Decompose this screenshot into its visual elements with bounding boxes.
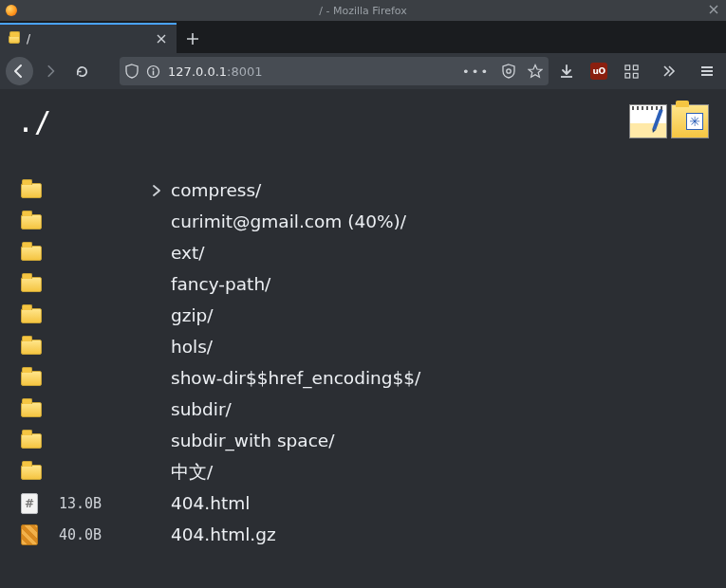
directory-listing: compress/curimit@gmail.com (40%)/ext/fan… (17, 175, 709, 550)
expand-toggle[interactable] (142, 185, 171, 196)
entry-link[interactable]: curimit@gmail.com (40%)/ (171, 211, 406, 231)
svg-point-3 (507, 69, 511, 73)
entry-link[interactable]: hols/ (171, 337, 213, 357)
list-item: compress/ (17, 175, 709, 206)
tab-close-button[interactable] (154, 31, 169, 46)
new-tab-button[interactable] (178, 25, 207, 53)
page-actions-icon[interactable]: ••• (462, 64, 490, 79)
entry-link[interactable]: subdir/ (171, 399, 232, 419)
ublock-icon[interactable]: uO (590, 63, 607, 80)
folder-icon (21, 308, 42, 323)
entry-link[interactable]: compress/ (171, 180, 261, 200)
list-item: fancy-path/ (17, 268, 709, 300)
os-titlebar: / - Mozilla Firefox (0, 0, 726, 21)
overflow-chevrons-icon[interactable] (655, 57, 683, 85)
list-item: #13.0B404.html (17, 487, 709, 519)
list-item: gzip/ (17, 300, 709, 331)
shield-icon[interactable] (125, 64, 139, 79)
folder-icon (21, 277, 42, 292)
svg-rect-2 (153, 70, 155, 75)
entry-link[interactable]: 中文/ (171, 462, 213, 482)
site-info-icon[interactable] (146, 64, 160, 79)
tab-label: / (27, 32, 154, 46)
entry-link[interactable]: gzip/ (171, 305, 214, 325)
folder-icon (21, 214, 42, 230)
browser-toolbar: 127.0.0.1:8001 ••• uO (0, 53, 726, 89)
list-item: subdir_with space/ (17, 425, 709, 456)
tab-strip: / (0, 21, 726, 53)
folder-icon (21, 465, 42, 480)
firefox-badge-icon (6, 5, 17, 16)
folder-icon (21, 183, 42, 198)
forward-button[interactable] (37, 57, 65, 85)
file-size: 13.0B (59, 495, 142, 512)
tab-active[interactable]: / (0, 23, 177, 53)
archive-file-icon (21, 524, 38, 545)
folder-favicon-icon (8, 32, 21, 46)
folder-icon (21, 371, 42, 386)
folder-icon (21, 340, 42, 355)
svg-rect-6 (625, 73, 630, 78)
bookmark-star-icon[interactable] (528, 64, 543, 79)
entry-link[interactable]: subdir_with space/ (171, 431, 334, 450)
edit-notes-button[interactable] (629, 104, 667, 138)
list-item: hols/ (17, 331, 709, 362)
window-close-button[interactable] (707, 3, 720, 16)
hamburger-menu-button[interactable] (693, 57, 720, 85)
back-button[interactable] (6, 57, 33, 85)
url-bar[interactable]: 127.0.0.1:8001 ••• (120, 57, 549, 85)
svg-point-1 (153, 67, 155, 69)
entry-link[interactable]: 404.html (171, 493, 250, 513)
new-folder-button[interactable]: ✳ (671, 104, 709, 138)
folder-icon (21, 402, 42, 417)
reader-protection-icon[interactable] (501, 64, 516, 79)
svg-rect-7 (633, 73, 638, 78)
folder-icon (21, 246, 42, 261)
folder-icon (21, 433, 42, 449)
list-item: show-dir$$href_encoding$$/ (17, 362, 709, 394)
url-text[interactable]: 127.0.0.1:8001 (168, 64, 455, 79)
file-size: 40.0B (59, 526, 142, 543)
apps-grid-icon[interactable] (617, 57, 645, 85)
url-port: :8001 (227, 64, 262, 79)
list-item: subdir/ (17, 394, 709, 425)
list-item: 40.0B404.html.gz (17, 519, 709, 550)
list-item: ext/ (17, 237, 709, 268)
chevron-right-icon (151, 185, 162, 196)
reload-button[interactable] (68, 57, 96, 85)
url-host: 127.0.0.1 (168, 64, 227, 79)
entry-link[interactable]: 404.html.gz (171, 524, 276, 544)
svg-rect-4 (625, 64, 630, 69)
entry-link[interactable]: fancy-path/ (171, 274, 270, 294)
entry-link[interactable]: ext/ (171, 243, 205, 263)
list-item: curimit@gmail.com (40%)/ (17, 206, 709, 237)
svg-rect-5 (633, 64, 638, 69)
entry-link[interactable]: show-dir$$href_encoding$$/ (171, 368, 420, 388)
downloads-button[interactable] (552, 57, 581, 85)
window-title: / - Mozilla Firefox (319, 5, 406, 17)
html-file-icon: # (21, 493, 38, 514)
list-item: 中文/ (17, 456, 709, 487)
page-title: ./ (17, 105, 51, 138)
page-content: ./ ✳ compress/curimit@gmail.com (40%)/ex… (0, 89, 726, 588)
